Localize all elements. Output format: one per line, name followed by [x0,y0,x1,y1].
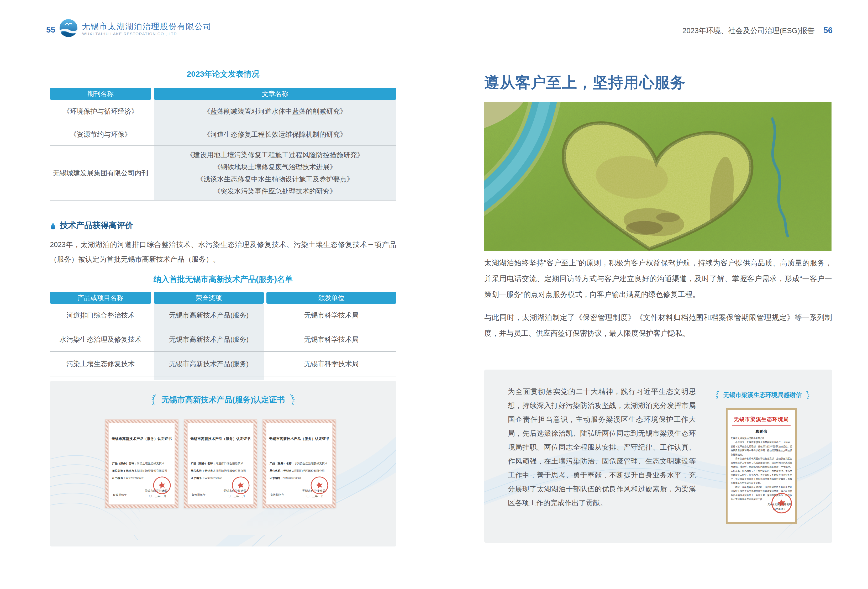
table-cell: 水污染生态治理及修复技术 [50,327,151,351]
column-header: 文章名称 [154,88,396,100]
secondment-paragraph: 为全面贯彻落实党的二十大精神，践行习近平生态文明思想，持续深入打好污染防治攻坚战… [508,385,696,510]
certificate: 无锡市高新技术产品（服务）认定证书 产品（服务）名称：水污染生态治理及修复技术 … [263,419,336,508]
column-header: 荣誉奖项 [154,292,264,304]
report-header: 2023年环境、社会及公司治理(ESG)报告 56 [643,26,833,36]
column-header: 期刊名称 [50,88,151,100]
table-cell: 无锡市高新技术产品(服务) [154,304,264,327]
laurel-icon [715,390,720,400]
company-name-en: WUXI TAIHU LAKE RESTORATION CO., LTD [82,31,177,36]
row-divider [50,200,396,201]
thankyou-letter: 无锡市梁溪生态环境局 感谢信 无锡市太湖湖泊治理股份有限公司： 今年以来，无锡市… [726,408,797,524]
row-divider [50,376,396,376]
table-cell: 无锡市科学技术局 [266,327,396,351]
table-cell: 无锡市高新技术产品(服务) [154,352,264,376]
heart-forest-photo [484,102,831,251]
table-cell-journal: 《环境保护与循环经济》 [50,100,151,123]
table-cell: 无锡市科学技术局 [266,304,396,327]
official-seal-icon [229,474,252,496]
page-title: 遵从客户至上，坚持用心服务 [484,72,686,93]
table-cell: 无锡市高新技术产品(服务) [154,327,264,351]
letter-rule [732,425,791,426]
section-title: 技术产品获得高评价 [60,220,133,231]
esg-report-spread: 55 无锡市太湖湖泊治理股份有限公司 WUXI TAIHU LAKE RESTO… [0,0,868,589]
letter-org-name: 无锡市梁溪生态环境局 [731,416,792,423]
reflection-fade [720,526,802,543]
section-heading: 技术产品获得高评价 [50,220,133,231]
laurel-icon [289,394,296,406]
laurel-icon [151,394,157,406]
column-header: 产品或项目名称 [50,292,151,304]
water-drop-icon [50,221,56,230]
body-paragraph: 太湖湖泊始终坚持“客户至上”的原则，积极为客户权益保驾护航，持续为客户提供高品质… [484,255,832,303]
table-cell: 河道排口综合整治技术 [50,304,151,327]
table-cell-article: 《建设用地土壤污染修复工程施工过程风险防控措施研究》 《钢铁地块土壤修复废气治理… [154,146,396,200]
table-cell: 污染土壤生态修复技术 [50,352,151,376]
official-seal-icon [308,474,331,496]
table-cell-journal: 无锡城建发展集团有限公司内刊 [50,146,151,200]
papers-table: 期刊名称 文章名称 《环境保护与循环经济》 《蓝藻削减装置对河道水体中蓝藻的削减… [50,88,396,201]
table-cell: 无锡市科学技术局 [266,352,396,376]
table-cell-article: 《蓝藻削减装置对河道水体中蓝藻的削减研究》 [154,100,396,123]
certificate: 无锡市高新技术产品（服务）认定证书 产品（服务）名称：污染土壤生态修复技术 单位… [105,419,179,508]
page-number-left: 55 [46,25,55,35]
company-name-cn: 无锡市太湖湖泊治理股份有限公司 [82,21,212,32]
official-seal-icon [151,474,173,496]
service-panel: 为全面贯彻落实党的二十大精神，践行习近平生态文明思想，持续深入打好污染防治攻坚战… [484,369,832,543]
letter-subtitle: 感谢信 [731,429,792,434]
certificates-title: 无锡市高新技术产品(服务)认定证书 [50,394,396,406]
laurel-icon [805,390,810,400]
official-seal-icon [769,491,794,516]
papers-table-title: 2023年论文发表情况 [50,69,396,80]
certificates-panel: 无锡市高新技术产品(服务)认定证书 无锡市高新技术产品（服务）认定证书 产品（服… [50,381,396,546]
thankyou-letter-title: 无锡市梁溪生态环境局感谢信 [702,390,823,400]
certificate: 无锡市高新技术产品（服务）认定证书 产品（服务）名称：河道排口综合整治技术 单位… [184,419,257,508]
table-cell-journal: 《资源节约与环保》 [50,123,151,145]
hightech-table: 产品或项目名称 荣誉奖项 颁发单位 河道排口综合整治技术 无锡市高新技术产品(服… [50,292,396,381]
reflection-fade [92,509,354,535]
table-cell-article: 《河道生态修复工程长效运维保障机制的研究》 [154,123,396,145]
body-paragraph: 与此同时，太湖湖泊制定了《保密管理制度》《文件材料归档范围和档案保管期限管理规定… [484,310,832,341]
page-number-right: 56 [824,26,833,35]
report-title: 2023年环境、社会及公司治理(ESG)报告 [682,27,815,35]
company-logo-icon [59,18,78,38]
column-header: 颁发单位 [266,292,396,304]
tech-paragraph: 2023年，太湖湖泊的河道排口综合整治技术、水污染生态治理及修复技术、污染土壤生… [50,237,396,267]
hightech-table-title: 纳入首批无锡市高新技术产品(服务)名单 [50,274,396,285]
